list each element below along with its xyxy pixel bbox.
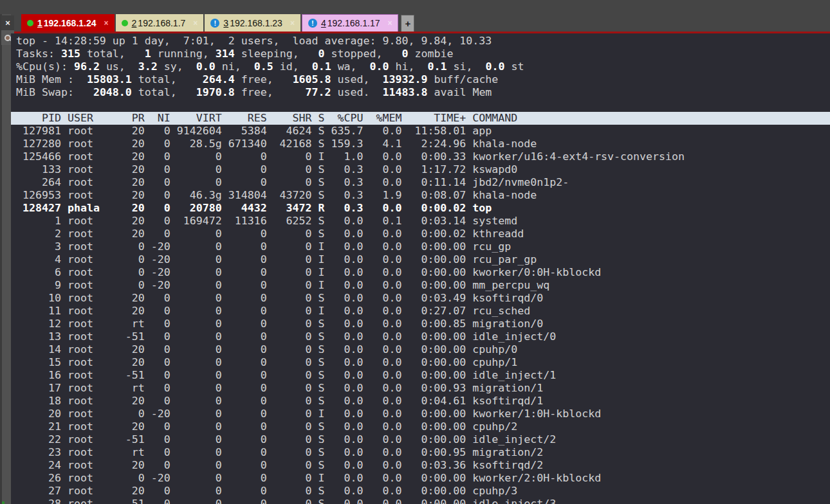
- process-row: 127280 root 20 0 28.5g 671340 42168 S 15…: [11, 138, 830, 150]
- process-row: 16 root -51 0 0 0 0 S 0.0 0.0 0:00.00 id…: [11, 369, 830, 382]
- close-tab-icon[interactable]: ×: [290, 19, 295, 28]
- tab-session-3[interactable]: ! 3192.168.1.23 ×: [205, 14, 300, 32]
- summary-line: MiB Swap: 2048.0 total, 1970.8 free, 77.…: [11, 86, 830, 99]
- process-row: 11 root 20 0 0 0 0 I 0.0 0.0 0:27.07 rcu…: [11, 305, 830, 318]
- side-toolbar: ×: [0, 14, 11, 504]
- tab-label: 1192.168.1.24: [37, 18, 97, 28]
- app-window: 1192.168.1.24 × 2192.168.1.7 × ! 3192.16…: [0, 0, 830, 504]
- process-row: 17 root rt 0 0 0 0 S 0.0 0.0 0:00.93 mig…: [11, 382, 830, 395]
- connected-dot-icon: [27, 20, 33, 26]
- process-row: 14 root 20 0 0 0 0 S 0.0 0.0 0:00.00 cpu…: [11, 343, 830, 356]
- tab-session-4[interactable]: ! 4192.168.1.17 ×: [302, 14, 399, 32]
- tab-label: 3192.168.1.23: [223, 18, 282, 28]
- process-row: 125466 root 20 0 0 0 0 I 1.0 0.0 0:00.33…: [11, 150, 830, 163]
- process-row: 18 root 20 0 0 0 0 S 0.0 0.0 0:04.61 kso…: [11, 395, 830, 408]
- process-row: 264 root 20 0 0 0 0 S 0.3 0.0 0:11.14 jb…: [11, 176, 830, 189]
- tab-session-1[interactable]: 1192.168.1.24 ×: [21, 14, 115, 32]
- process-row: 3 root 0 -20 0 0 0 I 0.0 0.0 0:00.00 rcu…: [11, 240, 830, 253]
- process-row: 28 root 51 0 0 0 0 S 0.0 0.0 0:00.00 idl…: [11, 498, 830, 504]
- tab-label: 4192.168.1.17: [321, 18, 380, 28]
- new-tab-button[interactable]: +: [401, 15, 414, 32]
- close-button[interactable]: ×: [1, 15, 14, 30]
- tab-bar: 1192.168.1.24 × 2192.168.1.7 × ! 3192.16…: [0, 0, 830, 33]
- summary-line: MiB Mem : 15803.1 total, 264.4 free, 160…: [11, 73, 830, 86]
- process-row: 126953 root 20 0 46.3g 314804 43720 S 0.…: [11, 189, 830, 202]
- top-summary: top - 14:28:59 up 1 day, 7:01, 2 users, …: [11, 35, 830, 99]
- status-pixel: [2, 501, 5, 504]
- process-row: 127981 root 20 0 9142604 5384 4624 S 635…: [11, 125, 830, 138]
- session-tabs: 1192.168.1.24 × 2192.168.1.7 × ! 3192.16…: [21, 14, 414, 32]
- process-row: 22 root -51 0 0 0 0 S 0.0 0.0 0:00.00 id…: [11, 433, 830, 446]
- process-row: 6 root 0 -20 0 0 0 I 0.0 0.0 0:00.00 kwo…: [11, 266, 830, 279]
- process-row: 9 root 0 -20 0 0 0 I 0.0 0.0 0:00.00 mm_…: [11, 279, 830, 292]
- summary-line: top - 14:28:59 up 1 day, 7:01, 2 users, …: [11, 35, 830, 48]
- process-row: 13 root -51 0 0 0 0 S 0.0 0.0 0:00.00 id…: [11, 330, 830, 343]
- connected-dot-icon: [122, 20, 128, 26]
- close-tab-icon[interactable]: ×: [193, 19, 198, 28]
- process-row: 12 root rt 0 0 0 0 S 0.0 0.0 0:00.85 mig…: [11, 318, 830, 330]
- process-row: 10 root 20 0 0 0 0 S 0.0 0.0 0:03.49 kso…: [11, 292, 830, 305]
- process-row: 1 root 20 0 169472 11316 6252 S 0.0 0.1 …: [11, 215, 830, 228]
- process-row: 24 root 20 0 0 0 0 S 0.0 0.0 0:03.36 kso…: [11, 459, 830, 472]
- process-row: 23 root rt 0 0 0 0 S 0.0 0.0 0:00.95 mig…: [11, 446, 830, 459]
- process-row: 21 root 20 0 0 0 0 S 0.0 0.0 0:00.00 cpu…: [11, 420, 830, 433]
- process-row: 15 root 20 0 0 0 0 S 0.0 0.0 0:00.00 cpu…: [11, 356, 830, 369]
- close-tab-icon[interactable]: ×: [104, 19, 109, 28]
- process-table: 127981 root 20 0 9142604 5384 4624 S 635…: [11, 125, 830, 504]
- process-row: 26 root 0 -20 0 0 0 I 0.0 0.0 0:00.00 kw…: [11, 472, 830, 485]
- process-row: 4 root 0 -20 0 0 0 I 0.0 0.0 0:00.00 rcu…: [11, 253, 830, 266]
- process-row: 2 root 20 0 0 0 0 S 0.0 0.0 0:00.02 kthr…: [11, 228, 830, 240]
- terminal-screen[interactable]: top - 14:28:59 up 1 day, 7:01, 2 users, …: [11, 33, 830, 504]
- summary-line: %Cpu(s): 96.2 us, 3.2 sy, 0.0 ni, 0.5 id…: [11, 60, 830, 73]
- alert-icon: !: [210, 19, 219, 28]
- process-row: 27 root 20 0 0 0 0 S 0.0 0.0 0:00.00 cpu…: [11, 485, 830, 498]
- process-row: 133 root 20 0 0 0 0 S 0.3 0.0 1:17.72 ks…: [11, 163, 830, 176]
- close-tab-icon[interactable]: ×: [387, 19, 392, 28]
- tab-session-2[interactable]: 2192.168.1.7 ×: [116, 14, 204, 32]
- alert-icon: !: [308, 19, 317, 28]
- summary-line: Tasks: 315 total, 1 running, 314 sleepin…: [11, 48, 830, 60]
- process-row: 128427 phala 20 0 20780 4432 3472 R 0.3 …: [11, 202, 830, 215]
- tab-label: 2192.168.1.7: [132, 18, 186, 28]
- process-table-header: PID USER PR NI VIRT RES SHR S %CPU %MEM …: [11, 112, 830, 125]
- process-row: 20 root 0 -20 0 0 0 I 0.0 0.0 0:00.00 kw…: [11, 408, 830, 420]
